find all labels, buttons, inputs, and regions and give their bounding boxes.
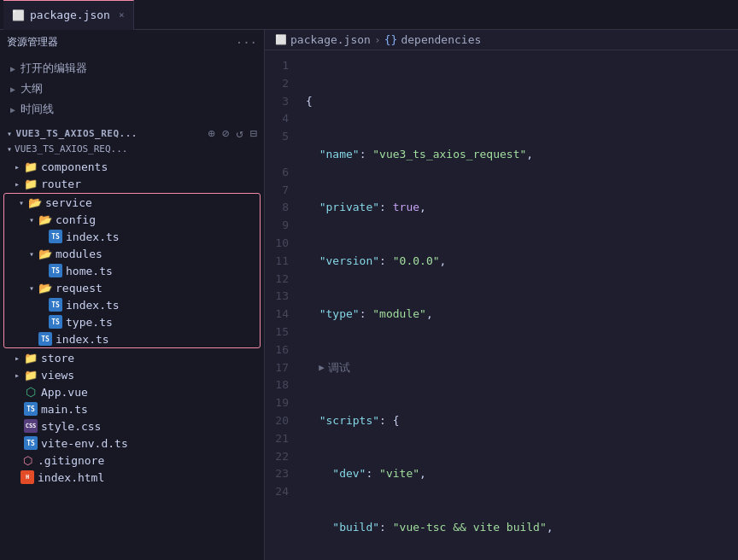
tree-item-request-index[interactable]: TS index.ts bbox=[4, 296, 260, 313]
tree-item-service-index[interactable]: TS index.ts bbox=[4, 330, 260, 347]
tree-item-views[interactable]: 📁 views bbox=[0, 366, 264, 383]
chevron-right-icon-3: ▶ bbox=[10, 105, 15, 114]
tree-item-style-css[interactable]: CSS style.css bbox=[0, 417, 264, 435]
folder-arrow-config bbox=[25, 213, 38, 226]
folder-arrow-service bbox=[15, 195, 28, 209]
folder-arrow-modules bbox=[25, 247, 38, 260]
repo-header: ▾ VUE3_TS_AXIOS_REQ... ⊕ ⊘ ↺ ⊟ bbox=[0, 123, 264, 143]
line-numbers: 1 2 3 4 5 6 7 8 9 10 11 12 13 14 15 16 1… bbox=[265, 50, 299, 560]
style-css-label: style.css bbox=[41, 420, 101, 433]
tab-label: package.json bbox=[30, 9, 110, 21]
service-index-label: index.ts bbox=[56, 333, 109, 346]
ts-icon-request-type: TS bbox=[49, 315, 62, 329]
breadcrumb-file-icon: ⬜ bbox=[275, 34, 287, 45]
debug-line[interactable]: ▶ 调试 bbox=[306, 359, 738, 377]
tree-item-service[interactable]: 📂 service bbox=[4, 194, 260, 211]
config-label: config bbox=[56, 213, 96, 226]
router-label: router bbox=[41, 178, 81, 190]
code-line-7: "dev": "vite", bbox=[306, 465, 738, 483]
tree-item-modules[interactable]: 📂 modules bbox=[4, 245, 260, 262]
tree-item-gitignore[interactable]: ⬡ .gitignore bbox=[0, 452, 264, 469]
tree-item-vite-env[interactable]: TS vite-env.d.ts bbox=[0, 435, 264, 452]
package-json-tab[interactable]: ⬜ package.json × bbox=[3, 0, 134, 30]
request-type-label: type.ts bbox=[66, 316, 113, 329]
request-label: request bbox=[56, 282, 102, 295]
editor: ⬜ package.json › {} dependencies 1 2 3 4… bbox=[265, 30, 738, 560]
main-layout: 资源管理器 ··· ▶ 打开的编辑器 ▶ 大纲 ▶ 时间线 ▾ VUE3_TS_… bbox=[0, 30, 738, 560]
sidebar-item-timeline[interactable]: ▶ 时间线 bbox=[0, 99, 264, 120]
folder-arrow-views bbox=[10, 368, 24, 382]
folder-icon-service: 📂 bbox=[28, 195, 42, 209]
views-label: views bbox=[41, 369, 74, 382]
vite-env-label: vite-env.d.ts bbox=[41, 437, 128, 450]
folder-arrow-router bbox=[10, 177, 24, 190]
main-ts-label: main.ts bbox=[41, 403, 88, 416]
config-index-label: index.ts bbox=[66, 230, 120, 243]
debug-label: 调试 bbox=[328, 359, 350, 377]
folder-arrow-store bbox=[10, 351, 24, 365]
tree-item-components[interactable]: 📁 components bbox=[0, 158, 264, 175]
ts-icon-config-index: TS bbox=[49, 230, 62, 243]
open-editors-label: 打开的编辑器 bbox=[20, 61, 87, 76]
chevron-right-icon: ▶ bbox=[10, 64, 15, 73]
tree-item-store[interactable]: 📁 store bbox=[0, 349, 264, 366]
timeline-label: 时间线 bbox=[20, 102, 54, 117]
breadcrumb-sep: › bbox=[374, 33, 381, 46]
refresh-icon[interactable]: ↺ bbox=[236, 126, 243, 140]
folder-arrow-components bbox=[10, 160, 24, 173]
ts-icon-request-index: TS bbox=[49, 298, 62, 312]
index-html-label: index.html bbox=[38, 471, 104, 484]
file-tree: 📁 components 📁 router 📂 service bbox=[0, 156, 264, 560]
debug-arrow-icon: ▶ bbox=[308, 360, 325, 376]
ts-icon-home: TS bbox=[49, 264, 62, 277]
breadcrumb-section: dependencies bbox=[401, 33, 481, 46]
tab-close-button[interactable]: × bbox=[119, 9, 125, 20]
folder-icon-components: 📁 bbox=[24, 160, 38, 173]
code-line-4: "version": "0.0.0", bbox=[306, 253, 738, 271]
tree-item-request-type[interactable]: TS type.ts bbox=[4, 313, 260, 330]
folder-icon-views: 📁 bbox=[24, 368, 38, 382]
outline-label: 大纲 bbox=[20, 81, 43, 96]
repo-name-label[interactable]: ▾ VUE3_TS_AXIOS_REQ... bbox=[0, 143, 264, 155]
tree-item-router[interactable]: 📁 router bbox=[0, 175, 264, 192]
tree-item-main-ts[interactable]: TS main.ts bbox=[0, 400, 264, 417]
sidebar-item-outline[interactable]: ▶ 大纲 bbox=[0, 79, 264, 99]
html-icon: H bbox=[20, 470, 34, 484]
folder-icon-request: 📂 bbox=[38, 281, 52, 295]
repo-name[interactable]: ▾ VUE3_TS_AXIOS_REQ... bbox=[7, 128, 138, 139]
chevron-right-icon-2: ▶ bbox=[10, 85, 15, 94]
sidebar-item-open-editors[interactable]: ▶ 打开的编辑器 bbox=[0, 58, 264, 79]
chevron-down-icon-repo: ▾ bbox=[7, 144, 12, 154]
app-vue-label: App.vue bbox=[41, 386, 88, 399]
modules-label: modules bbox=[56, 248, 102, 260]
tree-item-request[interactable]: 📂 request bbox=[4, 279, 260, 296]
tab-bar: ⬜ package.json × bbox=[0, 0, 738, 30]
folder-icon-store: 📁 bbox=[24, 351, 38, 365]
repo-action-icons: ⊕ ⊘ ↺ ⊟ bbox=[208, 126, 257, 140]
code-line-1: { bbox=[306, 93, 738, 111]
editor-content: 1 2 3 4 5 6 7 8 9 10 11 12 13 14 15 16 1… bbox=[265, 50, 738, 560]
tree-item-config-index[interactable]: TS index.ts bbox=[4, 228, 260, 245]
gitignore-label: .gitignore bbox=[38, 454, 104, 467]
collapse-icon[interactable]: ⊟ bbox=[250, 126, 257, 140]
code-line-2: "name": "vue3_ts_axios_request", bbox=[306, 146, 738, 164]
explorer-header[interactable]: 资源管理器 ··· bbox=[0, 30, 264, 55]
sidebar: 资源管理器 ··· ▶ 打开的编辑器 ▶ 大纲 ▶ 时间线 ▾ VUE3_TS_… bbox=[0, 30, 265, 560]
git-icon: ⬡ bbox=[20, 453, 34, 467]
chevron-down-icon: ▾ bbox=[7, 129, 13, 138]
breadcrumb-bar: ⬜ package.json › {} dependencies bbox=[265, 30, 738, 50]
tree-item-modules-home[interactable]: TS home.ts bbox=[4, 262, 260, 279]
folder-icon-modules: 📂 bbox=[38, 247, 52, 260]
code-area[interactable]: { "name": "vue3_ts_axios_request", "priv… bbox=[299, 50, 738, 560]
tree-item-config[interactable]: 📂 config bbox=[4, 211, 260, 228]
tree-item-index-html[interactable]: H index.html bbox=[0, 469, 264, 486]
service-highlight-container: 📂 service 📂 config TS index.ts bbox=[3, 193, 261, 348]
components-label: components bbox=[41, 160, 108, 173]
folder-icon-router: 📁 bbox=[24, 177, 38, 190]
request-index-label: index.ts bbox=[66, 299, 120, 312]
breadcrumb-curly: {} bbox=[384, 33, 398, 46]
tree-item-app-vue[interactable]: ⬡ App.vue bbox=[0, 383, 264, 400]
new-folder-icon[interactable]: ⊘ bbox=[222, 126, 229, 140]
new-file-icon[interactable]: ⊕ bbox=[208, 126, 214, 140]
code-line-5: "type": "module", bbox=[306, 306, 738, 324]
